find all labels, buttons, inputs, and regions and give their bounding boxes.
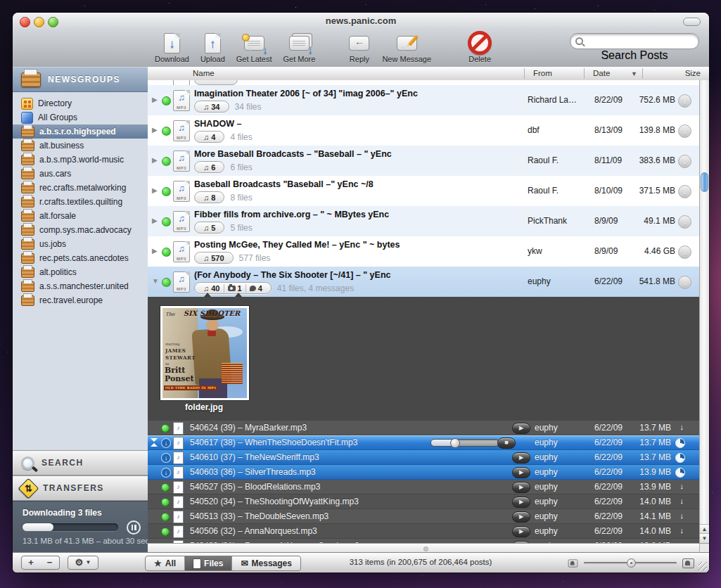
count-badge: ♫8: [194, 191, 224, 203]
filter-files-tab[interactable]: Files: [184, 556, 231, 570]
sidebar-item-newsgroup[interactable]: rec.crafts.metalworking: [13, 181, 148, 195]
play-button[interactable]: ▶: [512, 511, 530, 523]
add-button[interactable]: +: [21, 556, 41, 570]
toolbar-toggle-button[interactable]: [683, 18, 701, 26]
sidebar-item-newsgroup[interactable]: Directory: [13, 96, 148, 110]
group-row[interactable]: ▶ ♫MP3 SHADOW – ♫4 4 files dbf 8/13/09 1…: [148, 115, 699, 146]
newsgroups-section-header[interactable]: NEWSGROUPS: [13, 67, 148, 92]
slider-thumb[interactable]: [627, 558, 636, 568]
reply-toolbar-button[interactable]: ← Reply: [349, 32, 369, 63]
sidebar-item-newsgroup[interactable]: r.crafts.textiles.quilting: [13, 195, 148, 209]
disclosure-triangle-icon[interactable]: ▶: [152, 247, 158, 255]
column-header-from[interactable]: From: [533, 69, 552, 77]
column-header-date[interactable]: Date: [593, 69, 610, 77]
file-row[interactable]: ↓ ♪ 540617 (38) – WhenTheShoeDoesn'tFit.…: [148, 435, 699, 450]
download-button[interactable]: ↓: [678, 245, 691, 259]
get-latest-toolbar-button[interactable]: ↓ Get Latest: [236, 32, 272, 63]
sidebar-item-newsgroup[interactable]: alt.politics: [13, 265, 148, 279]
vertical-scrollbar[interactable]: ▲ ▼: [699, 80, 709, 543]
disclosure-triangle-icon[interactable]: ▶: [152, 126, 158, 134]
file-row[interactable]: ♪ 540527 (35) – BloodRelations.mp3 ▶ eup…: [148, 480, 699, 494]
download-button[interactable]: ↓: [678, 185, 691, 198]
group-row[interactable]: ▶ ♫MP3 Posting McGee, They Called Me! – …: [148, 236, 699, 267]
filter-messages-tab[interactable]: ✉Messages: [231, 556, 300, 570]
vertical-scrollbar-thumb[interactable]: [701, 172, 708, 192]
group-row[interactable]: ▼ ♫MP3 (For Anybody – The Six Shooter [~…: [148, 267, 699, 297]
search-input[interactable]: [570, 33, 699, 49]
disclosure-triangle-icon[interactable]: ▶: [152, 96, 158, 103]
playback-scrubber[interactable]: [430, 439, 499, 447]
group-row[interactable]: ▶ ♫MP3 Imagination Theater 2006 [~ of 34…: [148, 85, 699, 115]
download-button[interactable]: ↓: [678, 124, 691, 138]
sidebar-item-newsgroup[interactable]: a.b.s.mp3.world-music: [13, 153, 148, 167]
sidebar-item-newsgroup[interactable]: rec.pets.cats.anecdotes: [13, 251, 148, 265]
queued-download-icon: ↓: [680, 497, 684, 505]
file-row[interactable]: ♪ 540513 (33) – TheDoubleSeven.mp3 ▶ eup…: [148, 509, 699, 524]
folder-jpg-thumbnail[interactable]: The SIX SHOOTER starring JAMES STEWART a…: [160, 306, 249, 400]
download-button[interactable]: ↓: [678, 94, 691, 108]
column-header-name[interactable]: Name: [193, 69, 215, 77]
disclosure-triangle-icon[interactable]: ▶: [152, 156, 158, 164]
music-note-icon: ♫: [203, 284, 209, 293]
horizontal-scrollbar-thumb[interactable]: [423, 547, 428, 551]
sidebar-item-newsgroup[interactable]: alt.forsale: [13, 209, 148, 223]
group-row[interactable]: ▶ ♫MP3 More Baseball Broadcasts – "Baseb…: [148, 146, 699, 176]
play-button[interactable]: ▶: [512, 526, 530, 537]
scroll-down-button[interactable]: ▼: [700, 533, 709, 543]
file-row[interactable]: ♪ 540506 (32) – AnnaNorquest.mp3 ▶ euphy…: [148, 524, 699, 539]
file-row[interactable]: ♪ 540624 (39) – MyraBarker.mp3 ▶ euphy 6…: [148, 421, 699, 435]
sidebar-item-newsgroup[interactable]: rec.travel.europe: [13, 293, 148, 307]
download-button[interactable]: ↓: [678, 155, 691, 168]
get-more-toolbar-button[interactable]: ↓ Get More: [283, 32, 316, 63]
speech-bubble-icon: [250, 286, 256, 291]
search-section-header[interactable]: SEARCH: [13, 450, 148, 475]
file-row[interactable]: ♪ 540520 (34) – TheShootingOfWyattKing.m…: [148, 494, 699, 509]
play-button[interactable]: ▶: [512, 497, 530, 508]
play-button[interactable]: ▶: [512, 423, 530, 434]
stop-button[interactable]: ■: [497, 437, 516, 449]
disclosure-triangle-icon[interactable]: ▶: [152, 217, 158, 224]
play-button[interactable]: ▶: [512, 482, 530, 493]
file-row[interactable]: ↓ ♪ 540610 (37) – TheNewSheriff.mp3 ▶ eu…: [148, 450, 699, 465]
newsgroup-icon: [21, 197, 34, 207]
upload-toolbar-button[interactable]: ↑ Upload: [200, 32, 225, 63]
column-header-size[interactable]: Size: [685, 69, 701, 77]
horizontal-scrollbar[interactable]: [148, 543, 699, 553]
download-button[interactable]: ↓: [678, 276, 691, 289]
group-row[interactable]: ▶ ♫MP3 Fibber fills from archive.org – "…: [148, 206, 699, 236]
thumbnail-size-slider[interactable]: [584, 562, 677, 564]
title-bar[interactable]: news.panic.com: [13, 13, 709, 30]
sidebar-item-label: a.b.s.r.o.highspeed: [39, 127, 116, 136]
transfers-section-header[interactable]: ⇅ TRANSFERS: [13, 475, 148, 501]
download-toolbar-button[interactable]: ↓ Download: [155, 32, 189, 63]
remove-button[interactable]: −: [40, 556, 60, 570]
filter-all-tab[interactable]: ★All: [146, 556, 184, 570]
unread-dot-icon: [162, 278, 171, 287]
new-message-toolbar-button[interactable]: New Message: [382, 32, 431, 63]
play-button[interactable]: ▶: [512, 452, 530, 464]
scroll-up-button[interactable]: ▲: [700, 524, 709, 534]
action-menu-button[interactable]: ⚙ ▼: [68, 556, 98, 570]
sidebar-item-newsgroup[interactable]: All Groups: [13, 110, 148, 124]
file-row[interactable]: ↓ ♪ 540603 (36) – SilverThreads.mp3 ▶ eu…: [148, 465, 699, 480]
group-row[interactable]: ▶ ♫MP3 Baseball Broadcasts "Baseball –" …: [148, 176, 699, 206]
unread-dot-icon: [162, 157, 171, 166]
date-cell: 6/22/09: [594, 437, 623, 447]
delete-toolbar-button[interactable]: Delete: [468, 32, 492, 63]
download-button[interactable]: ↓: [678, 215, 691, 229]
newsgroup-icon: [21, 239, 34, 250]
mp3-file-icon: ♪: [173, 452, 184, 464]
sidebar-item-newsgroup[interactable]: a.s.s.manchester.united: [13, 279, 148, 293]
pause-transfers-button[interactable]: [127, 520, 141, 535]
resize-grip[interactable]: [698, 562, 707, 570]
sidebar-item-newsgroup[interactable]: a.b.s.r.o.highspeed: [13, 124, 148, 139]
play-button[interactable]: ▶: [512, 467, 530, 478]
disclosure-triangle-icon[interactable]: ▼: [152, 277, 159, 285]
sort-descending-icon: ▼: [631, 70, 637, 77]
app-window: news.panic.com ↓ Download ↑ Upload ↓ Get…: [13, 13, 709, 573]
sidebar-item-newsgroup[interactable]: us.jobs: [13, 237, 148, 251]
sidebar-item-newsgroup[interactable]: comp.sys.mac.advocacy: [13, 223, 148, 237]
disclosure-triangle-icon[interactable]: ▶: [152, 186, 158, 194]
sidebar-item-newsgroup[interactable]: aus.cars: [13, 167, 148, 181]
sidebar-item-newsgroup[interactable]: alt.business: [13, 139, 148, 153]
